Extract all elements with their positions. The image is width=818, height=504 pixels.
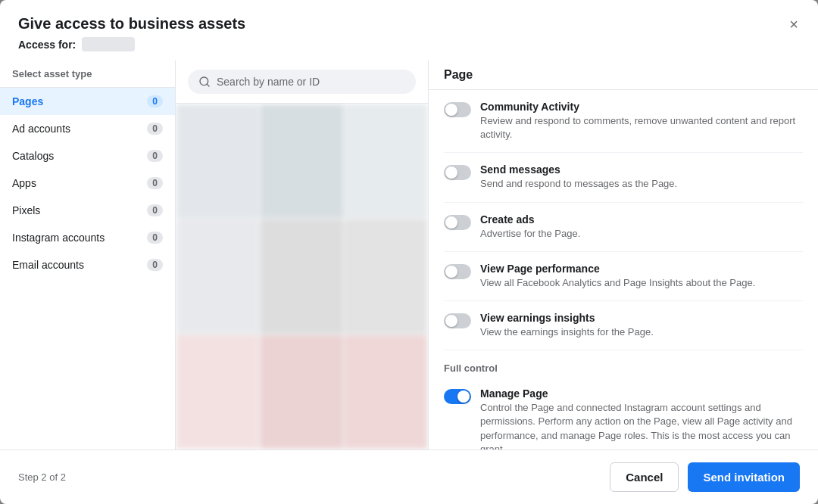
access-for-value bbox=[82, 37, 135, 51]
search-icon bbox=[198, 76, 211, 88]
permission-desc: Send and respond to messages as the Page… bbox=[480, 177, 803, 191]
asset-count: 0 bbox=[147, 95, 163, 107]
permission-desc: Review and respond to comments, remove u… bbox=[480, 114, 803, 142]
permission-desc: Advertise for the Page. bbox=[480, 227, 803, 241]
asset-type-label: Instagram accounts bbox=[12, 232, 105, 244]
panel-select-assets bbox=[176, 61, 429, 450]
asset-count: 0 bbox=[147, 123, 163, 135]
toggle-messages[interactable] bbox=[444, 165, 471, 180]
grid-cell bbox=[176, 219, 260, 334]
access-for-label: Access for: bbox=[18, 39, 76, 51]
permission-desc: View the earnings insights for the Page. bbox=[480, 325, 803, 339]
send-invitation-button[interactable]: Send invitation bbox=[688, 462, 800, 492]
step-label: Step 2 of 2 bbox=[18, 471, 66, 483]
asset-type-label: Apps bbox=[12, 177, 36, 189]
asset-count: 0 bbox=[147, 232, 163, 244]
permission-title: View earnings insights bbox=[480, 312, 803, 324]
asset-type-label: Pages bbox=[12, 95, 43, 107]
permission-desc: View all Facebook Analytics and Page Ins… bbox=[480, 276, 803, 290]
asset-type-item-pixels[interactable]: Pixels 0 bbox=[0, 197, 175, 224]
search-input[interactable] bbox=[217, 76, 405, 88]
asset-type-list: Pages 0 Ad accounts 0 Catalogs 0 Apps 0 … bbox=[0, 88, 175, 450]
permission-title: View Page performance bbox=[480, 263, 803, 275]
panel-asset-type: Select asset type Pages 0 Ad accounts 0 … bbox=[0, 61, 176, 450]
toggle-manage-page[interactable] bbox=[444, 389, 471, 404]
asset-count: 0 bbox=[147, 259, 163, 271]
permission-text: Send messages Send and respond to messag… bbox=[480, 163, 803, 191]
grid-cell bbox=[176, 104, 260, 219]
permission-text: Community Activity Review and respond to… bbox=[480, 101, 803, 142]
asset-type-label: Ad accounts bbox=[12, 123, 70, 135]
toggle-earnings[interactable] bbox=[444, 313, 471, 328]
asset-type-item-catalogs[interactable]: Catalogs 0 bbox=[0, 142, 175, 170]
svg-line-1 bbox=[207, 84, 209, 86]
permission-text: View Page performance View all Facebook … bbox=[480, 263, 803, 290]
assets-placeholder bbox=[176, 104, 428, 450]
page-panel-header: Page bbox=[429, 61, 818, 90]
permission-text: View earnings insights View the earnings… bbox=[480, 312, 803, 339]
modal-header: Give access to business assets Access fo… bbox=[0, 0, 818, 51]
permission-title: Create ads bbox=[480, 213, 803, 226]
asset-count: 0 bbox=[147, 204, 163, 216]
search-input-wrapper bbox=[188, 70, 416, 94]
asset-type-label: Email accounts bbox=[12, 259, 84, 271]
permission-title: Manage Page bbox=[480, 387, 803, 400]
permission-title: Community Activity bbox=[480, 101, 803, 113]
toggle-page-performance[interactable] bbox=[444, 264, 471, 279]
asset-type-item-pages[interactable]: Pages 0 bbox=[0, 88, 175, 115]
full-control-label: Full control bbox=[444, 350, 803, 377]
permission-item-community: Community Activity Review and respond to… bbox=[444, 90, 803, 153]
asset-count: 0 bbox=[147, 177, 163, 189]
asset-type-label: Pixels bbox=[12, 204, 40, 216]
grid-cell bbox=[344, 334, 428, 450]
asset-type-item-instagram[interactable]: Instagram accounts 0 bbox=[0, 224, 175, 251]
grid-cell bbox=[260, 334, 344, 450]
permission-text: Create ads Advertise for the Page. bbox=[480, 213, 803, 241]
modal-footer: Step 2 of 2 Cancel Send invitation bbox=[0, 450, 818, 504]
modal-body: Select asset type Pages 0 Ad accounts 0 … bbox=[0, 61, 818, 450]
permission-item-manage-page: Manage Page Control the Page and connect… bbox=[444, 377, 803, 450]
grid-cell bbox=[260, 219, 344, 334]
access-for-row: Access for: bbox=[18, 37, 800, 51]
grid-cell bbox=[260, 104, 344, 219]
panel-page: Page Community Activity Review and respo… bbox=[429, 61, 818, 450]
search-bar bbox=[176, 61, 428, 104]
asset-type-label: Catalogs bbox=[12, 150, 54, 162]
permission-item-earnings: View earnings insights View the earnings… bbox=[444, 301, 803, 350]
footer-buttons: Cancel Send invitation bbox=[610, 462, 800, 492]
permission-item-page-performance: View Page performance View all Facebook … bbox=[444, 252, 803, 301]
permission-title: Send messages bbox=[480, 163, 803, 176]
asset-type-item-apps[interactable]: Apps 0 bbox=[0, 170, 175, 197]
asset-count: 0 bbox=[147, 150, 163, 162]
grid-cell bbox=[176, 334, 260, 450]
modal: Give access to business assets Access fo… bbox=[0, 0, 818, 504]
asset-type-item-email[interactable]: Email accounts 0 bbox=[0, 251, 175, 278]
permission-item-messages: Send messages Send and respond to messag… bbox=[444, 153, 803, 202]
cancel-button[interactable]: Cancel bbox=[610, 462, 679, 492]
blurred-grid bbox=[176, 104, 428, 450]
modal-title: Give access to business assets bbox=[18, 15, 800, 33]
close-button[interactable]: × bbox=[782, 12, 806, 36]
permission-text: Manage Page Control the Page and connect… bbox=[480, 387, 803, 450]
toggle-create-ads[interactable] bbox=[444, 215, 471, 230]
grid-cell bbox=[344, 104, 428, 219]
grid-cell bbox=[344, 219, 428, 334]
permission-desc: Control the Page and connected Instagram… bbox=[480, 401, 803, 450]
permission-item-create-ads: Create ads Advertise for the Page. bbox=[444, 203, 803, 252]
permissions-list: Community Activity Review and respond to… bbox=[429, 90, 818, 450]
asset-type-panel-header: Select asset type bbox=[0, 61, 175, 88]
asset-type-item-ad-accounts[interactable]: Ad accounts 0 bbox=[0, 115, 175, 142]
toggle-community[interactable] bbox=[444, 102, 471, 117]
